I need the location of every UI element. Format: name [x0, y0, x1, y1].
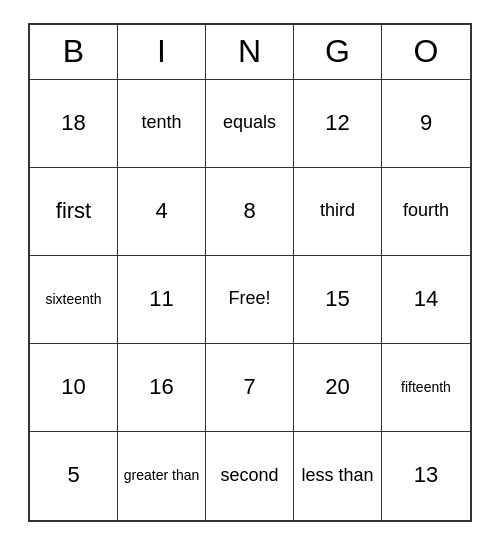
bingo-cell-2-1: 11 [118, 256, 206, 344]
bingo-row-3: 1016720fifteenth [30, 344, 470, 432]
header-letter-g: G [294, 25, 382, 80]
bingo-cell-2-0: sixteenth [30, 256, 118, 344]
header-letter-n: N [206, 25, 294, 80]
bingo-cell-4-2: second [206, 432, 294, 520]
bingo-header: BINGO [30, 25, 470, 80]
bingo-body: 18tenthequals129first48thirdfourthsixtee… [30, 80, 470, 520]
bingo-cell-3-0: 10 [30, 344, 118, 432]
bingo-cell-0-2: equals [206, 80, 294, 168]
bingo-cell-3-1: 16 [118, 344, 206, 432]
bingo-row-1: first48thirdfourth [30, 168, 470, 256]
header-letter-b: B [30, 25, 118, 80]
bingo-card: BINGO 18tenthequals129first48thirdfourth… [28, 23, 472, 522]
header-letter-o: O [382, 25, 470, 80]
bingo-cell-0-0: 18 [30, 80, 118, 168]
bingo-cell-1-1: 4 [118, 168, 206, 256]
bingo-cell-0-3: 12 [294, 80, 382, 168]
bingo-row-2: sixteenth11Free!1514 [30, 256, 470, 344]
bingo-cell-1-3: third [294, 168, 382, 256]
header-letter-i: I [118, 25, 206, 80]
bingo-cell-1-0: first [30, 168, 118, 256]
bingo-row-4: 5greater thansecondless than13 [30, 432, 470, 520]
bingo-cell-3-4: fifteenth [382, 344, 470, 432]
bingo-cell-3-2: 7 [206, 344, 294, 432]
bingo-row-0: 18tenthequals129 [30, 80, 470, 168]
bingo-cell-4-1: greater than [118, 432, 206, 520]
bingo-cell-2-2: Free! [206, 256, 294, 344]
bingo-cell-4-3: less than [294, 432, 382, 520]
bingo-cell-2-3: 15 [294, 256, 382, 344]
bingo-cell-2-4: 14 [382, 256, 470, 344]
bingo-cell-4-4: 13 [382, 432, 470, 520]
bingo-cell-1-4: fourth [382, 168, 470, 256]
bingo-cell-0-1: tenth [118, 80, 206, 168]
bingo-cell-1-2: 8 [206, 168, 294, 256]
bingo-cell-4-0: 5 [30, 432, 118, 520]
bingo-cell-3-3: 20 [294, 344, 382, 432]
bingo-cell-0-4: 9 [382, 80, 470, 168]
